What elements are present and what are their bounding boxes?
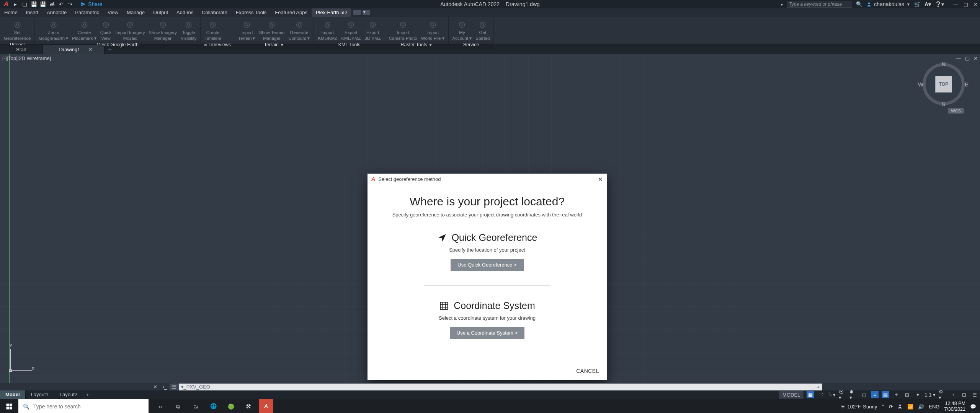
layout-tab-layout1[interactable]: Layout1 [26, 390, 54, 399]
use-coordinate-system-button[interactable]: Use a Coordinate System > [450, 327, 524, 339]
ribbon-toggle-visibility[interactable]: ◎ToggleVisibility [179, 18, 198, 41]
tab-close-icon[interactable]: ✕ [88, 47, 93, 52]
status-isodraft-icon[interactable]: ✱ ▾ [849, 391, 857, 398]
minimize-button[interactable]: — [953, 2, 958, 7]
status-scale[interactable]: 1:1 ▾ [924, 392, 936, 398]
layout-tab-model[interactable]: Model [0, 390, 26, 399]
share-button[interactable]: Share [80, 1, 102, 7]
search-icon[interactable]: 🔍 [856, 1, 862, 7]
autodesk-a-icon[interactable]: A▾ [924, 1, 931, 7]
menu-add-ins[interactable]: Add-ins [172, 8, 198, 17]
ribbon-import-kml-kmz[interactable]: ◎ImportKML/KMZ [316, 18, 339, 41]
add-layout-button[interactable]: + [83, 390, 92, 399]
status-transparency-icon[interactable]: ▤ [882, 391, 889, 398]
new-icon[interactable]: ▸ [12, 1, 18, 7]
cortana-icon[interactable]: ○ [153, 399, 168, 413]
viewcube-east[interactable]: E [965, 81, 969, 88]
menu-collaborate[interactable]: Collaborate [198, 8, 232, 17]
cmdline-handle[interactable]: ☰ [170, 384, 179, 390]
tray-volume-icon[interactable]: 🔊 [918, 404, 924, 410]
ribbon-export-kml-kmz[interactable]: ◎ExportKML/KMZ [340, 18, 362, 41]
viewport-close-icon[interactable]: ✕ [973, 55, 978, 61]
status-snap-icon[interactable]: ⸬ [817, 391, 825, 398]
tab-start[interactable]: Start [0, 45, 43, 54]
cmdline-close-icon[interactable]: ✕ [153, 384, 157, 390]
menu-manage[interactable]: Manage [122, 8, 149, 17]
viewcube[interactable]: TOP N S E W WCS [923, 63, 965, 105]
drawing-area[interactable]: [-][Top][2D Wireframe] — ▢ ✕ TOP N S E W… [0, 54, 980, 383]
undo-icon[interactable]: ↶ [58, 1, 64, 7]
layout-tab-layout2[interactable]: Layout2 [54, 390, 83, 399]
taskbar-search[interactable]: 🔍 Type here to search [18, 399, 149, 413]
plot-icon[interactable]: 🖶 [49, 1, 55, 7]
status-model-button[interactable]: MODEL [779, 391, 804, 399]
open-icon[interactable]: ▢ [21, 1, 28, 7]
ribbon-get-started[interactable]: ◎GetStarted [474, 18, 491, 41]
menu-featured-apps[interactable]: Featured Apps [271, 8, 312, 17]
tray-wifi-icon[interactable]: 📶 [907, 404, 913, 410]
ribbon-import-imagery-mosaic[interactable]: ◎Import ImageryMosaic [114, 18, 146, 41]
ribbon-import-world-file[interactable]: ◎ImportWorld File ▾ [420, 18, 446, 41]
dialog-close-button[interactable]: ✕ [598, 176, 603, 183]
status-gear-icon[interactable]: ⚙ ▾ [939, 391, 946, 398]
ribbon-show-terrain-manager[interactable]: ◎Show TerrainManager [258, 18, 286, 41]
menu-plex-earth-5d[interactable]: Plex-Earth 5D [312, 8, 351, 17]
ribbon-generate-contours[interactable]: ◎GenerateContours ▾ [287, 18, 311, 41]
saveas-icon[interactable]: 💾 [40, 1, 46, 7]
ribbon-set-georeference[interactable]: ◎SetGeoreference [2, 18, 32, 41]
app1-icon[interactable]: 🛠 [241, 399, 256, 413]
close-button[interactable]: ✕ [973, 2, 978, 7]
viewcube-north[interactable]: N [942, 61, 946, 67]
status-workspace-icon[interactable]: ⊡ [960, 391, 968, 398]
menu-annotate[interactable]: Annotate [42, 8, 71, 17]
ribbon-overflow[interactable]: ▼ [353, 8, 370, 17]
status-dynucs-icon[interactable]: ⌖ [892, 391, 900, 398]
command-line[interactable]: ✕ ›_ ☰ ▾_PXV_GEO ▲ [0, 383, 980, 390]
save-icon[interactable]: 💾 [31, 1, 37, 7]
tray-language[interactable]: ENG [929, 404, 939, 410]
weather-widget[interactable]: ☀ 102°F Sunny [841, 404, 877, 410]
ribbon-create-placemark[interactable]: ◎CreatePlacemark ▾ [70, 18, 98, 41]
ribbon-show-imagery-manager[interactable]: ◎Show ImageryManager [147, 18, 179, 41]
use-quick-georeference-button[interactable]: Use Quick Georeference > [451, 259, 523, 271]
menu-home[interactable]: Home [0, 8, 22, 17]
status-plus-icon[interactable]: + [949, 391, 957, 398]
status-customize-icon[interactable]: ☰ [971, 391, 978, 398]
start-button[interactable] [0, 403, 18, 410]
ribbon-import-terrain[interactable]: ◎ImportTerrain ▾ [237, 18, 256, 41]
status-lineweight-icon[interactable]: ≡ [871, 391, 879, 398]
cmdline-input[interactable]: ▾_PXV_GEO ▲ [179, 384, 822, 390]
status-selectioncycling-icon[interactable]: ⊞ [903, 391, 911, 398]
help-search[interactable]: Type a keyword or phrase [787, 1, 852, 8]
ribbon-create-timeline[interactable]: ◎CreateTimeline [203, 18, 222, 41]
cmdline-history-icon[interactable]: ▲ [817, 385, 820, 389]
tray-cloud-icon[interactable]: ⟳ [889, 404, 893, 410]
status-osnap-icon[interactable]: ◻ [860, 391, 868, 398]
tray-notifications-icon[interactable]: 💬 [970, 404, 976, 410]
cancel-button[interactable]: CANCEL [576, 368, 599, 374]
ribbon-quick-view[interactable]: ◎QuickView [99, 18, 113, 41]
status-3dosnap-icon[interactable]: ✦ [914, 391, 921, 398]
status-ortho-icon[interactable]: └ ▾ [828, 391, 836, 398]
maximize-button[interactable]: ▢ [964, 2, 968, 7]
viewport-label[interactable]: [-][Top][2D Wireframe] [2, 55, 51, 61]
viewcube-wcs-badge[interactable]: WCS [948, 108, 964, 114]
menu-view[interactable]: View [103, 8, 122, 17]
new-tab-button[interactable]: + [105, 45, 115, 54]
ribbon-my-account[interactable]: ◎MyAccount ▾ [451, 18, 474, 41]
menu-output[interactable]: Output [149, 8, 172, 17]
tab-drawing1[interactable]: Drawing1✕ [43, 45, 105, 54]
redo-icon[interactable]: ↷ [67, 1, 74, 7]
ribbon-zoom-google-earth[interactable]: ◎ZoomGoogle Earth ▾ [37, 18, 70, 41]
menu-insert[interactable]: Insert [22, 8, 43, 17]
status-polar-icon[interactable]: ⦿ ▾ [839, 391, 846, 398]
menu-parametric[interactable]: Parametric [71, 8, 103, 17]
file-explorer-icon[interactable]: 🗂 [188, 399, 203, 413]
user-account[interactable]: chanakoulas ▼ [866, 1, 910, 7]
info-try-icon[interactable]: ▸ [781, 2, 783, 7]
tray-bluetooth-icon[interactable]: 🖧 [898, 404, 903, 410]
tray-clock[interactable]: 12:48 PM 7/30/2021 [944, 401, 965, 412]
autocad-task-icon[interactable]: A [259, 399, 273, 413]
viewcube-west[interactable]: W [918, 81, 923, 88]
chrome-icon[interactable]: 🌐 [206, 399, 220, 413]
